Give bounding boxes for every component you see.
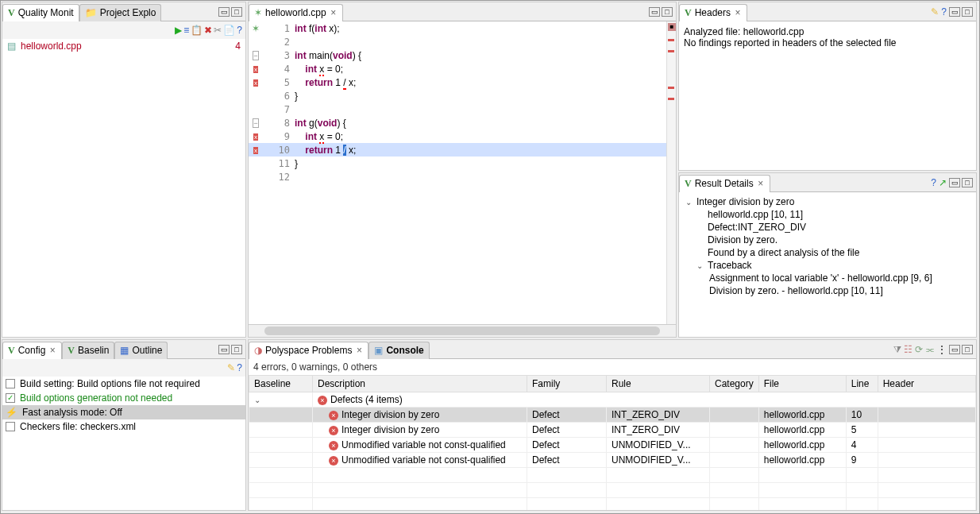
file-name: helloworld.cpp xyxy=(21,41,82,52)
result-detail-line[interactable]: Found by a direct analysis of the file xyxy=(682,246,973,259)
minimize-icon[interactable]: ▭ xyxy=(949,178,960,187)
maximize-icon[interactable]: □ xyxy=(231,345,242,354)
close-icon[interactable]: × xyxy=(757,178,765,189)
table-row[interactable]: ×Unmodified variable not const-qualified… xyxy=(249,453,976,468)
help-icon[interactable]: ? xyxy=(931,177,936,188)
tab-editor-file[interactable]: ✶ helloworld.cpp × xyxy=(249,4,343,21)
result-detail-line[interactable]: Defect:INT_ZERO_DIV xyxy=(682,221,973,234)
column-header[interactable]: Description xyxy=(313,376,527,392)
gutter-marker[interactable]: − xyxy=(249,51,263,60)
code-line[interactable]: 7 xyxy=(249,102,666,116)
gutter-marker[interactable]: x xyxy=(249,145,263,154)
close-icon[interactable]: × xyxy=(330,7,338,18)
code-line[interactable]: −8int g(void) { xyxy=(249,116,666,129)
minimize-icon[interactable]: ▭ xyxy=(949,7,960,17)
code-line[interactable]: x9 int x = 0; xyxy=(249,129,666,143)
table-row[interactable]: ×Unmodified variable not const-qualified… xyxy=(249,438,976,453)
wrench-icon[interactable]: ✂ xyxy=(214,25,222,36)
chevron-down-icon[interactable]: ⌄ xyxy=(696,261,704,270)
column-header[interactable]: Rule xyxy=(607,376,710,392)
result-detail-line[interactable]: Division by zero. xyxy=(682,234,973,246)
code-line[interactable]: 6} xyxy=(249,89,666,102)
gutter-marker[interactable]: − xyxy=(249,118,263,127)
maximize-icon[interactable]: □ xyxy=(962,7,973,17)
tab-polyspace-problems[interactable]: ◑ Polyspace Problems × xyxy=(249,342,368,359)
gutter-marker[interactable]: x xyxy=(249,132,263,141)
result-detail-line[interactable]: helloworld.cpp [10, 11] xyxy=(682,208,973,221)
checkbox[interactable] xyxy=(6,379,15,388)
column-header[interactable]: Header xyxy=(878,376,975,392)
table-row[interactable]: ×Integer division by zeroDefectINT_ZERO_… xyxy=(249,423,976,438)
gutter-marker[interactable]: x xyxy=(249,64,263,73)
code-line[interactable]: 12 xyxy=(249,170,666,184)
export-icon[interactable]: ↗ xyxy=(939,177,947,188)
maximize-icon[interactable]: □ xyxy=(662,7,673,17)
maximize-icon[interactable]: □ xyxy=(962,178,973,187)
column-header[interactable]: Category xyxy=(710,376,759,392)
table-row[interactable]: ×Integer division by zeroDefectINT_ZERO_… xyxy=(249,408,976,423)
run-icon[interactable]: ▶ xyxy=(175,25,182,36)
note-icon[interactable]: 📄 xyxy=(223,25,235,36)
delete-icon[interactable]: ✖ xyxy=(204,25,212,36)
maximize-icon[interactable]: □ xyxy=(231,7,242,17)
config-item[interactable]: Checkers file: checkers.xml xyxy=(2,419,245,434)
code-line[interactable]: 11} xyxy=(249,157,666,170)
config-item[interactable]: ⚡Fast analysis mode: Off xyxy=(2,405,245,419)
edit-icon[interactable]: ✎ xyxy=(227,362,235,373)
code-line[interactable]: x10 return 1 / x; xyxy=(249,143,666,157)
code-line[interactable]: x4 int x = 0; xyxy=(249,62,666,75)
menu-icon[interactable]: ⋮ xyxy=(937,344,947,355)
minimize-icon[interactable]: ▭ xyxy=(949,345,960,354)
tree-icon[interactable]: ☷ xyxy=(904,344,912,355)
gutter-marker[interactable]: ✶ xyxy=(249,23,263,34)
close-icon[interactable]: × xyxy=(355,345,363,356)
minimize-icon[interactable]: ▭ xyxy=(218,7,230,17)
tab-result-details[interactable]: V Result Details × xyxy=(679,175,770,192)
list-icon[interactable]: ≡ xyxy=(183,25,189,36)
checkbox[interactable] xyxy=(6,422,15,431)
tab-outline[interactable]: ▦ Outline xyxy=(114,342,168,359)
clipboard-icon[interactable]: 📋 xyxy=(191,25,203,36)
close-icon[interactable]: × xyxy=(734,7,742,18)
overview-ruler[interactable]: ■ xyxy=(666,21,676,324)
column-header[interactable]: File xyxy=(758,376,846,392)
help-icon[interactable]: ? xyxy=(237,25,242,36)
traceback-line[interactable]: Division by zero. - helloworld.cpp [10, … xyxy=(682,284,973,297)
tab-quality-monitor[interactable]: V Quality Monit xyxy=(2,4,79,21)
minimize-icon[interactable]: ▭ xyxy=(649,7,660,17)
tab-console[interactable]: ▣ Console xyxy=(368,342,429,359)
tab-baseline[interactable]: V Baselin xyxy=(62,342,114,359)
column-header[interactable]: Family xyxy=(527,376,607,392)
code-editor[interactable]: ✶1int f(int x);2−3int main(void) {x4 int… xyxy=(249,21,666,324)
help-icon[interactable]: ? xyxy=(237,362,242,373)
code-line[interactable]: x5 return 1 / x; xyxy=(249,75,666,89)
tab-config[interactable]: V Config × xyxy=(2,342,62,359)
edit-icon[interactable]: ✎ xyxy=(931,6,939,17)
minimize-icon[interactable]: ▭ xyxy=(218,345,230,354)
share-icon[interactable]: ⫘ xyxy=(925,344,935,355)
result-root[interactable]: ⌄ Integer division by zero xyxy=(682,195,973,208)
traceback-node[interactable]: ⌄ Traceback xyxy=(682,259,973,272)
scrollbar-horizontal[interactable] xyxy=(249,324,676,337)
traceback-line[interactable]: Assignment to local variable 'x' - hello… xyxy=(682,272,973,284)
help-icon[interactable]: ? xyxy=(941,6,947,17)
tab-project-explorer[interactable]: 📁 Project Explo xyxy=(79,4,162,21)
config-item[interactable]: ✓Build options generation not needed xyxy=(2,391,245,405)
file-row-helloworld[interactable]: ▤ helloworld.cpp 4 xyxy=(2,39,245,53)
code-line[interactable]: −3int main(void) { xyxy=(249,48,666,62)
close-icon[interactable]: × xyxy=(48,345,56,356)
code-line[interactable]: ✶1int f(int x); xyxy=(249,21,666,35)
column-header[interactable]: Line xyxy=(846,376,878,392)
config-item[interactable]: Build setting: Build options file not re… xyxy=(2,377,245,391)
checkbox[interactable]: ✓ xyxy=(6,393,15,403)
code-line[interactable]: 2 xyxy=(249,35,666,48)
maximize-icon[interactable]: □ xyxy=(962,345,973,354)
column-header[interactable]: Baseline xyxy=(249,376,313,392)
table-group-row[interactable]: ⌄×Defects (4 items) xyxy=(249,392,976,408)
filter-icon[interactable]: ⧩ xyxy=(893,344,901,355)
chevron-down-icon[interactable]: ⌄ xyxy=(254,396,260,404)
chevron-down-icon[interactable]: ⌄ xyxy=(685,198,693,207)
tab-headers[interactable]: V Headers × xyxy=(679,4,747,21)
gutter-marker[interactable]: x xyxy=(249,78,263,87)
sync-icon[interactable]: ⟳ xyxy=(915,344,923,355)
